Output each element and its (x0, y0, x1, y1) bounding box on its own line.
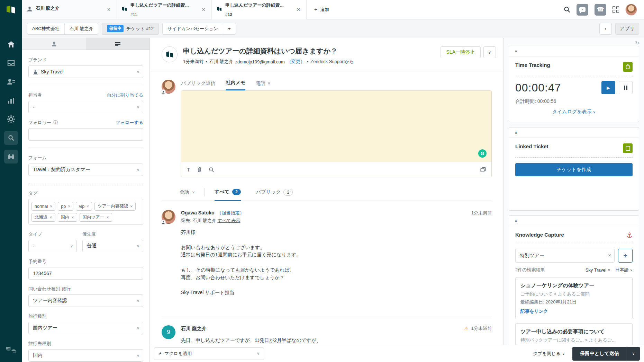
priority-select[interactable]: 普通 ∨ (82, 240, 143, 252)
views-icon[interactable] (4, 56, 18, 70)
follow-link[interactable]: フォローする (116, 120, 143, 126)
snippets-icon[interactable] (480, 167, 486, 173)
binoculars-app-icon[interactable] (4, 150, 18, 164)
user-avatar[interactable] (625, 4, 637, 16)
add-article-button[interactable]: + (618, 249, 633, 263)
customers-icon[interactable] (4, 75, 18, 89)
text-format-icon[interactable]: T (187, 167, 190, 173)
inquiry-type-select[interactable]: ツアー内容確認 ∨ (28, 294, 143, 307)
remove-tag-icon[interactable]: × (68, 204, 70, 209)
article-result[interactable]: ツアー申し込みの必要事項について 特別パックツアーに関するご... > よくある… (515, 323, 633, 345)
tag-chip[interactable]: ツアー内容確認× (94, 202, 136, 211)
conversation-dropdown[interactable]: 会話 ∨ (180, 184, 195, 201)
sla-pause-button[interactable]: SLA一時停止 (441, 46, 481, 58)
remove-tag-icon[interactable]: × (50, 204, 52, 209)
collapse-linked-ticket[interactable]: ∧ (509, 127, 639, 138)
tag-chip[interactable]: 北海道× (31, 213, 55, 222)
tag-chip[interactable]: 国内× (58, 213, 77, 222)
brand-filter-dropdown[interactable]: Sky Travel ∨ (586, 267, 610, 273)
remove-tag-icon[interactable]: × (107, 215, 109, 220)
filter-public[interactable]: パブリック 2 (256, 184, 293, 201)
link-article-button[interactable]: 記事をリンク (520, 308, 548, 315)
refresh-apps-icon[interactable]: ↻ (635, 40, 639, 46)
close-icon[interactable]: × (201, 6, 207, 14)
internal-note-editor[interactable]: G (181, 91, 491, 162)
collapse-time-tracking[interactable]: ∧ (509, 46, 639, 56)
apps-button[interactable]: アプリ (615, 23, 639, 35)
breadcrumb-person[interactable]: 石川 龍之介 (64, 23, 98, 34)
tag-chip[interactable]: normal× (31, 202, 55, 211)
remove-tag-icon[interactable]: × (72, 215, 74, 220)
requester-tab[interactable] (22, 38, 86, 50)
collapse-knowledge-capture[interactable]: ∧ (509, 216, 639, 226)
submit-options-button[interactable]: ∨ (627, 347, 640, 361)
knowledge-search-input[interactable] (515, 249, 615, 263)
show-all-link[interactable]: すべて表示 (217, 218, 240, 223)
create-ticket-button[interactable]: チケットを作成 (515, 163, 633, 176)
tab-ticket-11[interactable]: 申し込んだツアーの詳細資... #11 × (117, 0, 212, 19)
close-icon[interactable]: × (106, 6, 112, 14)
tab-phone[interactable]: 電話 ∨ (256, 80, 270, 90)
chat-app-icon[interactable]: x (577, 4, 588, 16)
message-author[interactable]: Ogawa Satoko (181, 210, 214, 215)
booking-number-input[interactable] (28, 267, 143, 280)
admin-gear-icon[interactable] (4, 112, 18, 126)
timer-play-button[interactable]: ▶ (601, 81, 615, 94)
assign-to-me-link[interactable]: 自分に割り当てる (107, 92, 143, 98)
apps-grid-icon[interactable] (613, 6, 619, 13)
follower-input[interactable] (28, 128, 143, 141)
change-email-link[interactable]: （変更） (287, 59, 305, 65)
add-tab-button[interactable]: + 追加 (307, 0, 337, 19)
search-icon[interactable] (564, 6, 570, 13)
tab-user-profile[interactable]: 石川 龍之介 × (22, 0, 117, 19)
article-result[interactable]: シュノーケリングの体験ツアー ご予約について > よくあるご質問 最終編集日: … (515, 277, 633, 319)
timer-pause-button[interactable] (619, 81, 633, 94)
agent-avatar[interactable] (162, 210, 175, 224)
tab-internal-note[interactable]: 社内メモ (226, 80, 246, 90)
remove-tag-icon[interactable]: × (130, 204, 133, 209)
customer-avatar[interactable]: 9 (162, 325, 175, 339)
article-title[interactable]: ツアー申し込みの必要事項について (520, 328, 627, 335)
conversation-log[interactable]: Ogawa Satoko （担当指定） 1分未満前 宛先: 石川 龍之介 すべて… (150, 201, 504, 345)
apply-macro-select[interactable]: ⚡ マクロを適用 ∨ (154, 347, 264, 360)
zendesk-logo-icon[interactable] (0, 0, 22, 19)
message-author[interactable]: 石川 龍之介 (181, 326, 207, 332)
talk-phone-icon[interactable]: ☎ (595, 4, 606, 16)
tags-field[interactable]: normal× pp× vip× ツアー内容確認× 北海道× 国内× 国内ツアー… (28, 199, 143, 225)
grammarly-icon[interactable]: G (478, 149, 487, 158)
header-more-button[interactable]: ∨ (483, 46, 496, 58)
destination-type-select[interactable]: 国内 ∨ (28, 349, 143, 362)
collapse-panel-button[interactable]: › (599, 23, 612, 35)
filter-all[interactable]: すべて 2 (215, 184, 241, 201)
knowledge-search-icon[interactable] (209, 167, 214, 173)
tab-ticket-12-active[interactable]: 申し込んだツアーの詳細資... #12 × (212, 0, 307, 19)
travel-type-select[interactable]: 国内ツアー ∨ (28, 322, 143, 334)
remove-tag-icon[interactable]: × (87, 204, 89, 209)
side-conversation-tab[interactable]: サイドカンバセーション (163, 23, 223, 34)
tab-public-reply[interactable]: パブリック返信 (181, 80, 216, 90)
assignee-select[interactable]: - ∨ (28, 101, 143, 113)
language-filter-dropdown[interactable]: 日本語 ∨ (615, 267, 633, 273)
tag-chip[interactable]: vip× (76, 202, 92, 211)
show-time-logs-link[interactable]: タイムログを表示 ∨ (552, 109, 596, 114)
reporting-icon[interactable] (4, 94, 18, 107)
ticket-fields-tab[interactable] (86, 38, 149, 50)
breadcrumb-ticket[interactable]: 保留中 チケット #12 (102, 23, 159, 35)
form-select[interactable]: Travel：契約済カスタマー ∨ (28, 164, 143, 176)
remove-tag-icon[interactable]: × (50, 215, 52, 220)
article-title[interactable]: シュノーケリングの体験ツアー (520, 282, 627, 289)
home-icon[interactable] (4, 37, 18, 51)
attachment-icon[interactable] (197, 167, 202, 173)
brand-select[interactable]: Sky Travel ∨ (28, 65, 143, 78)
close-tab-dropdown[interactable]: タブを閉じる ∨ (533, 351, 565, 357)
tag-chip[interactable]: 国内ツアー× (80, 213, 112, 222)
info-icon[interactable]: ⓘ (53, 120, 58, 126)
tag-chip[interactable]: pp× (58, 202, 73, 211)
type-select[interactable]: - ∨ (28, 240, 77, 252)
breadcrumb-org[interactable]: ABC株式会社 (27, 23, 64, 34)
side-conversation-add[interactable]: + (223, 23, 236, 34)
close-icon[interactable]: × (296, 6, 301, 14)
submit-as-hold-button[interactable]: 保留中として送信 (572, 347, 627, 361)
zendesk-z-logo-icon[interactable] (4, 343, 18, 357)
clear-search-icon[interactable]: × (608, 252, 611, 258)
